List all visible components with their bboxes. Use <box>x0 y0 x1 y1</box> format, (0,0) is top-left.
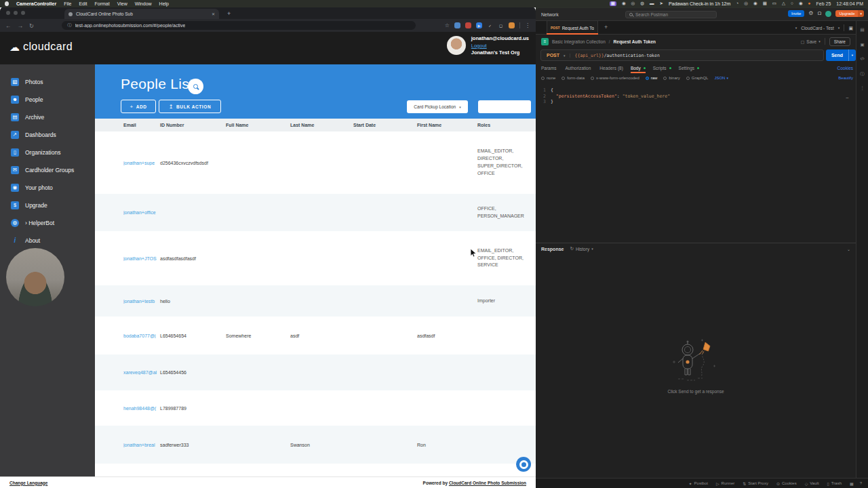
panel-toggle-icon[interactable]: ▦ <box>850 481 854 486</box>
bookmark-star-icon[interactable]: ☆ <box>445 22 450 28</box>
body-mode-radio[interactable]: form-data <box>561 76 585 80</box>
notifications-bell-icon[interactable]: Ω <box>817 11 821 16</box>
trash-item[interactable]: ▯Trash <box>827 481 842 486</box>
table-header-cell[interactable]: Last Name <box>290 123 353 127</box>
method-selector[interactable]: POST <box>541 53 564 58</box>
more-actions-icon[interactable]: ⋮ <box>860 86 865 91</box>
body-editor[interactable]: 1{ 2 "persistentAccessToken": "token_val… <box>536 84 856 243</box>
request-config-tab[interactable]: Authorization <box>565 66 592 70</box>
forward-icon[interactable]: → <box>18 22 24 29</box>
info-icon[interactable]: ⓘ <box>860 72 865 77</box>
cell-email[interactable]: jonathan+testb <box>123 299 160 304</box>
browser-tab[interactable]: CloudCard Online Photo Sub ✕ <box>64 9 219 19</box>
back-icon[interactable]: ← <box>5 22 12 29</box>
sidebar-item[interactable]: ▧ Photos <box>0 73 95 91</box>
cell-email[interactable]: xareveg487@al <box>123 370 160 375</box>
share-button[interactable]: Share <box>829 37 850 46</box>
new-request-tab-button[interactable]: + <box>604 24 608 30</box>
fold-line-icon[interactable]: − <box>846 95 849 101</box>
cookies-link[interactable]: Cookies <box>837 66 853 70</box>
menubar-menu[interactable]: Format <box>94 1 109 6</box>
collapse-response-icon[interactable]: ⌄ <box>847 247 850 251</box>
settings-gear-icon[interactable]: ⚙ <box>808 11 813 16</box>
new-tab-button[interactable]: + <box>227 11 231 17</box>
table-header-cell[interactable]: Full Name <box>226 123 290 127</box>
notification-icon[interactable]: ● <box>808 1 811 6</box>
sidebar-item[interactable]: ✉ Cardholder Groups <box>0 161 95 179</box>
record-icon[interactable]: ◉ <box>753 1 757 6</box>
sidebar-item[interactable]: i About <box>0 232 95 249</box>
cell-email[interactable]: henah98448@( <box>123 406 160 411</box>
cell-email[interactable]: jonathan+JTOS <box>123 256 160 261</box>
battery-icon[interactable]: ▭ <box>772 1 776 6</box>
control-center-icon[interactable]: ◎ <box>744 1 748 6</box>
table-row[interactable]: bodaba7077@j L654654654 Somewhere asdf a… <box>95 317 536 354</box>
body-mode-radio[interactable]: none <box>541 76 555 80</box>
postman-search[interactable]: Search Postman <box>625 11 717 18</box>
postbot-item[interactable]: ✦Postbot <box>689 481 708 486</box>
sidebar-item[interactable]: ◍ › HelperBot <box>0 214 95 232</box>
environment-selector[interactable]: CloudCard - Test <box>801 26 834 30</box>
request-url[interactable]: {{api_url}}/authentication-token <box>570 53 660 58</box>
body-mode-radio[interactable]: x-www-form-urlencoded <box>591 76 639 80</box>
body-mode-radio[interactable]: binary <box>663 76 679 80</box>
help-icon[interactable]: ? <box>860 481 862 485</box>
table-header-cell[interactable]: First Name <box>417 123 477 127</box>
extension-red-icon[interactable] <box>465 22 471 28</box>
active-app-name[interactable]: CameraController <box>16 1 56 6</box>
webcam-preview[interactable] <box>6 248 64 306</box>
chevron-down-icon[interactable]: ▾ <box>564 54 570 58</box>
code-snippet-icon[interactable]: ‹/› <box>860 57 864 62</box>
chevron-down-icon[interactable]: ▾ <box>858 10 864 17</box>
body-mode-radio[interactable]: raw <box>646 76 658 80</box>
tab-close-icon[interactable]: ✕ <box>212 12 215 16</box>
start-proxy-item[interactable]: ⇅Start Proxy <box>743 481 768 486</box>
extension-check-icon[interactable]: ✓ <box>487 22 493 28</box>
wifi-icon[interactable]: △ <box>782 1 785 6</box>
runner-item[interactable]: ▷Runner <box>716 481 734 486</box>
logout-link[interactable]: Logout <box>471 43 529 49</box>
cell-email[interactable]: jonathan+supe <box>123 161 160 165</box>
brightness-icon[interactable]: ◔ <box>736 1 738 6</box>
extension-blue-icon[interactable] <box>454 22 460 28</box>
request-config-tab[interactable]: Body <box>631 66 646 70</box>
sidebar-item[interactable]: ▯ Organizations <box>0 144 95 161</box>
save-button[interactable]: ▢ Save ▾ <box>801 39 821 44</box>
display-icon[interactable]: ▬ <box>650 1 654 6</box>
helperbot-fab[interactable] <box>516 457 531 472</box>
table-header-cell[interactable]: Email <box>123 123 160 127</box>
history-dropdown[interactable]: ↻ History ▾ <box>570 246 593 251</box>
menubar-clock[interactable]: 12:48:04 PM <box>836 1 863 6</box>
menubar-menu[interactable]: Window <box>135 1 152 6</box>
browser-menu-icon[interactable]: ⋮ <box>525 22 530 28</box>
environment-quick-look-icon[interactable]: ▣ <box>848 26 853 30</box>
api-network-menu[interactable]: Network <box>541 12 559 17</box>
profile-avatar-icon[interactable] <box>509 22 515 28</box>
add-button[interactable]: + ADD <box>121 100 156 113</box>
sidebar-item[interactable]: ↗ Dashboards <box>0 126 95 144</box>
send-button[interactable]: Send ▾ <box>826 49 856 61</box>
close-window-button[interactable] <box>6 11 10 15</box>
request-config-tab[interactable]: Params <box>541 66 557 70</box>
card-pickup-location-dropdown[interactable]: Card Pickup Location ▾ <box>407 100 468 113</box>
collection-name[interactable]: Basic Integration Collection <box>552 39 606 44</box>
menubar-menu[interactable]: View <box>117 1 127 6</box>
comments-icon[interactable]: ▣ <box>860 43 864 47</box>
invite-button[interactable]: Invite <box>788 10 804 17</box>
reload-icon[interactable]: ↻ <box>29 22 34 29</box>
table-row[interactable]: jonathan+supe d256436cxvczvdfsdsdf EMAIL… <box>95 131 536 194</box>
window-manager-icon[interactable]: ▦ <box>763 1 767 6</box>
language-selector[interactable]: JSON▾ <box>714 76 728 80</box>
table-row[interactable]: jonathan+JTOS asdfasdfasdfasdf EMAIL_EDI… <box>95 231 536 285</box>
beautify-link[interactable]: Beautify <box>838 76 853 80</box>
extension-page-icon[interactable]: ▢ <box>498 22 504 28</box>
cell-email[interactable]: jonathan+office <box>123 210 160 215</box>
search-button[interactable] <box>188 79 203 94</box>
request-config-tab[interactable]: Headers(8) <box>599 66 623 70</box>
documentation-icon[interactable]: ▤ <box>860 28 864 33</box>
sidebar-item[interactable]: ◉ Your photo <box>0 179 95 197</box>
table-header-cell[interactable]: Start Date <box>353 123 417 127</box>
menubar-date[interactable]: Feb 25 <box>816 1 831 6</box>
table-header-cell[interactable]: ID Number <box>160 123 226 127</box>
menubar-menu[interactable]: Help <box>159 1 169 6</box>
